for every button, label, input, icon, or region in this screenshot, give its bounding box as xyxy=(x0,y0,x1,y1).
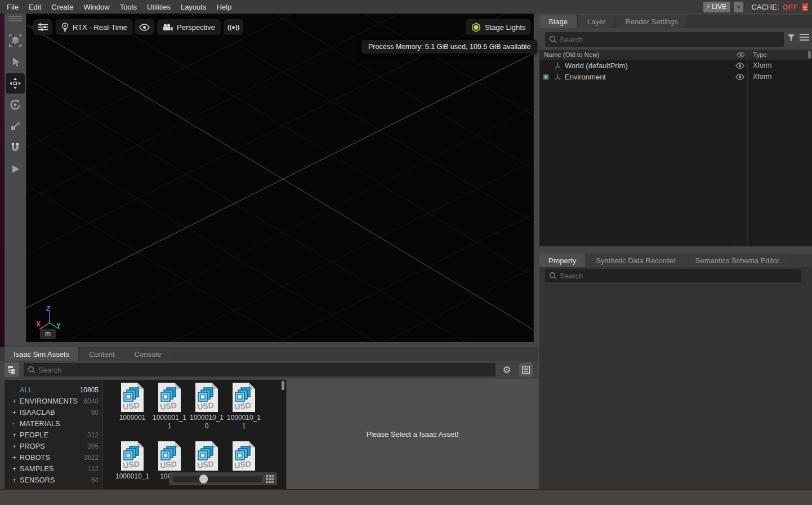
slider-thumb[interactable] xyxy=(199,475,208,484)
chevron-down-icon xyxy=(736,5,741,8)
category-people[interactable]: + PEOPLE 312 xyxy=(5,429,102,441)
multi-gpu-button[interactable]: ((●)) xyxy=(224,19,243,35)
toolbar-drag-handle[interactable] xyxy=(8,16,22,23)
tab-content[interactable]: Content xyxy=(80,347,124,361)
select-cube-icon xyxy=(8,34,22,47)
asset-label: 1000001_1 1 xyxy=(151,414,188,431)
tab-render-settings[interactable]: Render Settings xyxy=(617,15,687,28)
cursor-icon xyxy=(10,56,21,68)
tab-console[interactable]: Console xyxy=(126,347,171,361)
select-tool-button[interactable] xyxy=(6,52,25,72)
slider-track[interactable] xyxy=(172,476,262,482)
visibility-button[interactable] xyxy=(135,19,154,35)
category-environments[interactable]: + ENVIRONMENTS 6040 xyxy=(5,396,102,407)
menu-window[interactable]: Window xyxy=(83,3,109,11)
stage-options-button[interactable] xyxy=(800,33,809,41)
column-name[interactable]: Name (Old to New) xyxy=(539,51,599,58)
tab-stage[interactable]: Stage xyxy=(539,15,577,28)
tab-isaac-sim-assets[interactable]: Isaac Sim Assets xyxy=(5,347,78,361)
viewport-3d[interactable]: RTX - Real-Time Perspective ((●)) Sta xyxy=(26,14,534,342)
stage-tree-header[interactable]: Name (Old to New) Type xyxy=(539,50,812,60)
menu-utilities[interactable]: Utilities xyxy=(147,3,171,11)
isaac-sim-window: File Edit Create Window Tools Utilities … xyxy=(0,0,812,505)
live-button[interactable]: ⚡ LIVE xyxy=(703,2,730,12)
prim-name[interactable]: World (defaultPrim) xyxy=(565,61,628,70)
tab-semantics-schema-editor[interactable]: Semantics Schema Editor xyxy=(686,254,789,267)
cache-file-icon[interactable] xyxy=(801,2,809,12)
category-all[interactable]: ALL 10805 xyxy=(5,384,102,396)
asset-grid-scrollbar[interactable] xyxy=(282,381,284,390)
camera-selector[interactable]: Perspective xyxy=(157,19,221,35)
asset-label: 1000010_1 0 xyxy=(188,414,225,431)
property-search-input[interactable] xyxy=(545,269,801,282)
usd-file-icon: USD xyxy=(194,441,219,471)
rotate-tool-button[interactable] xyxy=(6,95,25,115)
menu-edit[interactable]: Edit xyxy=(29,3,41,11)
viewport-toolbar-left xyxy=(5,14,26,345)
grid-view-icon[interactable] xyxy=(266,475,274,483)
live-dropdown-button[interactable] xyxy=(734,2,743,12)
visibility-column-icon[interactable] xyxy=(737,52,745,57)
category-materials[interactable]: • MATERIALS xyxy=(5,418,102,429)
asset-item[interactable]: USD 1000001_1 1 xyxy=(151,382,188,431)
axis-z-label: Z xyxy=(46,305,50,313)
axis-y-label: Y xyxy=(56,322,61,330)
asset-item[interactable]: USD 1000001 xyxy=(114,382,151,422)
move-tool-button[interactable] xyxy=(6,73,25,94)
assets-tree-view-button[interactable] xyxy=(5,362,19,377)
assets-search-input[interactable] xyxy=(24,363,496,376)
unit-button[interactable]: m xyxy=(40,329,56,339)
usd-file-icon: USD xyxy=(157,441,182,471)
usd-file-icon: USD xyxy=(194,382,219,413)
stage-search-input[interactable] xyxy=(545,32,784,47)
menu-help[interactable]: Help xyxy=(216,3,231,11)
assets-settings-button[interactable]: ⚙ xyxy=(500,363,514,376)
search-icon xyxy=(28,366,35,374)
rotate-icon xyxy=(9,99,21,111)
asset-item[interactable]: USD 1000010_1 0 xyxy=(188,382,225,431)
prim-name[interactable]: Environment xyxy=(565,73,606,81)
menu-file[interactable]: File xyxy=(7,3,19,11)
snap-tool-button[interactable] xyxy=(6,138,25,158)
search-icon xyxy=(549,36,557,43)
menu-layouts[interactable]: Layouts xyxy=(181,3,207,11)
play-button[interactable] xyxy=(6,159,25,179)
menu-tools[interactable]: Tools xyxy=(120,3,137,11)
usd-file-icon: USD xyxy=(120,382,145,413)
asset-item[interactable]: USD 1000010_1 xyxy=(114,441,151,481)
render-settings-button[interactable] xyxy=(33,19,52,35)
asset-item[interactable]: USD xyxy=(225,441,262,472)
stage-search[interactable] xyxy=(545,32,784,47)
visibility-eye-icon[interactable] xyxy=(735,63,744,69)
renderer-selector[interactable]: RTX - Real-Time xyxy=(56,19,133,35)
assets-list-view-button[interactable] xyxy=(519,363,533,376)
category-isaaclab[interactable]: + ISAACLAB 60 xyxy=(5,407,102,418)
tab-layer[interactable]: Layer xyxy=(578,15,615,28)
usd-file-icon: USD xyxy=(157,382,182,413)
tree-row-environment[interactable]: Environment Xform xyxy=(539,71,812,82)
column-type[interactable]: Type xyxy=(753,51,767,58)
asset-item[interactable]: USD 1000010_1 1 xyxy=(225,382,262,431)
menu-create[interactable]: Create xyxy=(51,3,73,11)
category-robots[interactable]: + ROBOTS 3822 xyxy=(5,452,102,463)
visibility-eye-icon[interactable] xyxy=(735,74,744,80)
category-sensors[interactable]: + SENSORS 64 xyxy=(5,475,102,486)
stage-filter-button[interactable] xyxy=(787,34,796,42)
thumbnail-size-slider[interactable] xyxy=(169,472,277,485)
expand-plus-icon[interactable] xyxy=(543,74,549,80)
lightning-icon: ⚡ xyxy=(706,3,710,11)
tab-property[interactable]: Property xyxy=(539,254,585,267)
stage-tree-scrollbar[interactable] xyxy=(808,51,811,59)
category-samples[interactable]: + SAMPLES 112 xyxy=(5,463,102,475)
assets-search[interactable] xyxy=(24,363,496,376)
tab-synthetic-data-recorder[interactable]: Synthetic Data Recorder xyxy=(587,254,685,267)
asset-item[interactable]: USD xyxy=(188,441,225,472)
stage-lights-button[interactable]: Stage Lights xyxy=(466,19,531,35)
tree-row-world[interactable]: World (defaultPrim) Xform xyxy=(539,60,812,71)
property-search[interactable] xyxy=(545,269,801,282)
asset-label: 1000010_1 1 xyxy=(225,414,262,431)
grid-axis-line-y xyxy=(26,25,533,330)
category-props[interactable]: + PROPS 395 xyxy=(5,441,102,452)
scale-tool-button[interactable] xyxy=(6,116,25,136)
selection-mode-button[interactable] xyxy=(6,30,25,51)
